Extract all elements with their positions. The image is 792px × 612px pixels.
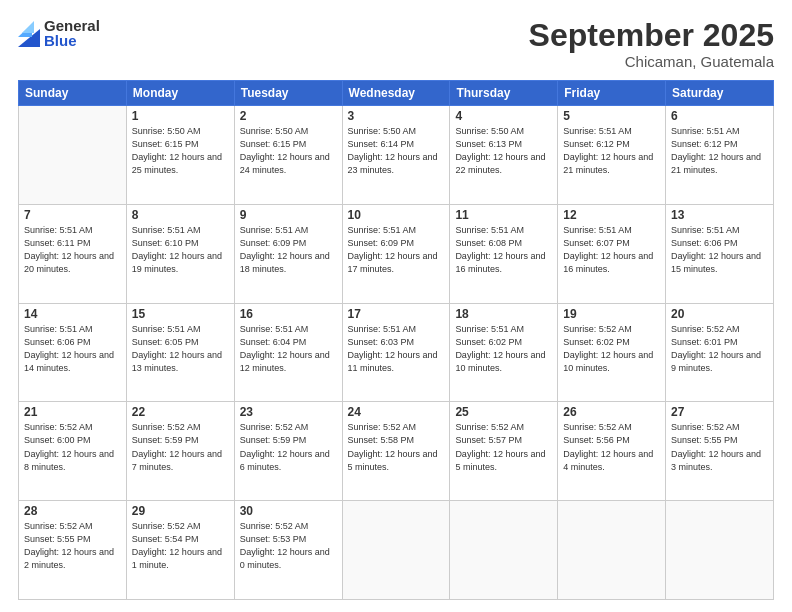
day-info: Sunrise: 5:52 AMSunset: 6:02 PMDaylight:…	[563, 323, 660, 375]
header-sunday: Sunday	[19, 81, 127, 106]
week-row-2: 7Sunrise: 5:51 AMSunset: 6:11 PMDaylight…	[19, 204, 774, 303]
day-cell: 27Sunrise: 5:52 AMSunset: 5:55 PMDayligh…	[666, 402, 774, 501]
header-thursday: Thursday	[450, 81, 558, 106]
day-cell: 28Sunrise: 5:52 AMSunset: 5:55 PMDayligh…	[19, 501, 127, 600]
day-number: 26	[563, 405, 660, 419]
day-info: Sunrise: 5:52 AMSunset: 5:55 PMDaylight:…	[24, 520, 121, 572]
day-info: Sunrise: 5:50 AMSunset: 6:15 PMDaylight:…	[132, 125, 229, 177]
day-cell: 10Sunrise: 5:51 AMSunset: 6:09 PMDayligh…	[342, 204, 450, 303]
day-info: Sunrise: 5:51 AMSunset: 6:03 PMDaylight:…	[348, 323, 445, 375]
day-info: Sunrise: 5:52 AMSunset: 5:55 PMDaylight:…	[671, 421, 768, 473]
day-cell: 23Sunrise: 5:52 AMSunset: 5:59 PMDayligh…	[234, 402, 342, 501]
weekday-header-row: Sunday Monday Tuesday Wednesday Thursday…	[19, 81, 774, 106]
header: General Blue September 2025 Chicaman, Gu…	[18, 18, 774, 70]
day-info: Sunrise: 5:52 AMSunset: 5:53 PMDaylight:…	[240, 520, 337, 572]
day-info: Sunrise: 5:52 AMSunset: 5:59 PMDaylight:…	[240, 421, 337, 473]
day-info: Sunrise: 5:51 AMSunset: 6:08 PMDaylight:…	[455, 224, 552, 276]
day-cell: 15Sunrise: 5:51 AMSunset: 6:05 PMDayligh…	[126, 303, 234, 402]
day-info: Sunrise: 5:50 AMSunset: 6:13 PMDaylight:…	[455, 125, 552, 177]
day-cell: 6Sunrise: 5:51 AMSunset: 6:12 PMDaylight…	[666, 106, 774, 205]
day-cell: 14Sunrise: 5:51 AMSunset: 6:06 PMDayligh…	[19, 303, 127, 402]
logo-blue-text: Blue	[44, 33, 100, 48]
day-number: 1	[132, 109, 229, 123]
day-cell: 2Sunrise: 5:50 AMSunset: 6:15 PMDaylight…	[234, 106, 342, 205]
week-row-3: 14Sunrise: 5:51 AMSunset: 6:06 PMDayligh…	[19, 303, 774, 402]
day-info: Sunrise: 5:51 AMSunset: 6:06 PMDaylight:…	[671, 224, 768, 276]
day-info: Sunrise: 5:52 AMSunset: 5:58 PMDaylight:…	[348, 421, 445, 473]
day-cell: 30Sunrise: 5:52 AMSunset: 5:53 PMDayligh…	[234, 501, 342, 600]
day-cell: 16Sunrise: 5:51 AMSunset: 6:04 PMDayligh…	[234, 303, 342, 402]
day-cell: 22Sunrise: 5:52 AMSunset: 5:59 PMDayligh…	[126, 402, 234, 501]
day-number: 25	[455, 405, 552, 419]
day-cell	[19, 106, 127, 205]
day-number: 15	[132, 307, 229, 321]
day-info: Sunrise: 5:51 AMSunset: 6:10 PMDaylight:…	[132, 224, 229, 276]
day-info: Sunrise: 5:52 AMSunset: 5:54 PMDaylight:…	[132, 520, 229, 572]
day-info: Sunrise: 5:50 AMSunset: 6:15 PMDaylight:…	[240, 125, 337, 177]
day-number: 11	[455, 208, 552, 222]
day-cell: 18Sunrise: 5:51 AMSunset: 6:02 PMDayligh…	[450, 303, 558, 402]
day-cell: 5Sunrise: 5:51 AMSunset: 6:12 PMDaylight…	[558, 106, 666, 205]
day-info: Sunrise: 5:52 AMSunset: 5:59 PMDaylight:…	[132, 421, 229, 473]
day-cell	[666, 501, 774, 600]
day-cell: 8Sunrise: 5:51 AMSunset: 6:10 PMDaylight…	[126, 204, 234, 303]
day-number: 3	[348, 109, 445, 123]
day-info: Sunrise: 5:51 AMSunset: 6:05 PMDaylight:…	[132, 323, 229, 375]
week-row-5: 28Sunrise: 5:52 AMSunset: 5:55 PMDayligh…	[19, 501, 774, 600]
day-number: 28	[24, 504, 121, 518]
day-number: 23	[240, 405, 337, 419]
header-wednesday: Wednesday	[342, 81, 450, 106]
day-number: 16	[240, 307, 337, 321]
day-cell: 12Sunrise: 5:51 AMSunset: 6:07 PMDayligh…	[558, 204, 666, 303]
day-cell: 4Sunrise: 5:50 AMSunset: 6:13 PMDaylight…	[450, 106, 558, 205]
day-cell: 13Sunrise: 5:51 AMSunset: 6:06 PMDayligh…	[666, 204, 774, 303]
day-info: Sunrise: 5:51 AMSunset: 6:09 PMDaylight:…	[348, 224, 445, 276]
day-info: Sunrise: 5:51 AMSunset: 6:12 PMDaylight:…	[563, 125, 660, 177]
day-number: 24	[348, 405, 445, 419]
day-info: Sunrise: 5:51 AMSunset: 6:11 PMDaylight:…	[24, 224, 121, 276]
day-info: Sunrise: 5:51 AMSunset: 6:02 PMDaylight:…	[455, 323, 552, 375]
day-cell: 9Sunrise: 5:51 AMSunset: 6:09 PMDaylight…	[234, 204, 342, 303]
day-cell: 11Sunrise: 5:51 AMSunset: 6:08 PMDayligh…	[450, 204, 558, 303]
day-cell: 1Sunrise: 5:50 AMSunset: 6:15 PMDaylight…	[126, 106, 234, 205]
day-number: 2	[240, 109, 337, 123]
day-number: 14	[24, 307, 121, 321]
day-info: Sunrise: 5:51 AMSunset: 6:07 PMDaylight:…	[563, 224, 660, 276]
day-cell: 20Sunrise: 5:52 AMSunset: 6:01 PMDayligh…	[666, 303, 774, 402]
day-cell: 7Sunrise: 5:51 AMSunset: 6:11 PMDaylight…	[19, 204, 127, 303]
day-number: 7	[24, 208, 121, 222]
day-cell	[558, 501, 666, 600]
day-cell: 3Sunrise: 5:50 AMSunset: 6:14 PMDaylight…	[342, 106, 450, 205]
day-cell: 19Sunrise: 5:52 AMSunset: 6:02 PMDayligh…	[558, 303, 666, 402]
day-info: Sunrise: 5:52 AMSunset: 6:01 PMDaylight:…	[671, 323, 768, 375]
day-number: 30	[240, 504, 337, 518]
title-block: September 2025 Chicaman, Guatemala	[529, 18, 774, 70]
logo-text: General Blue	[44, 18, 100, 48]
day-info: Sunrise: 5:52 AMSunset: 5:57 PMDaylight:…	[455, 421, 552, 473]
day-number: 19	[563, 307, 660, 321]
day-number: 6	[671, 109, 768, 123]
day-number: 10	[348, 208, 445, 222]
day-cell: 17Sunrise: 5:51 AMSunset: 6:03 PMDayligh…	[342, 303, 450, 402]
logo-icon	[18, 19, 40, 47]
day-cell: 26Sunrise: 5:52 AMSunset: 5:56 PMDayligh…	[558, 402, 666, 501]
week-row-1: 1Sunrise: 5:50 AMSunset: 6:15 PMDaylight…	[19, 106, 774, 205]
day-info: Sunrise: 5:51 AMSunset: 6:04 PMDaylight:…	[240, 323, 337, 375]
logo: General Blue	[18, 18, 100, 48]
calendar-table: Sunday Monday Tuesday Wednesday Thursday…	[18, 80, 774, 600]
day-cell: 24Sunrise: 5:52 AMSunset: 5:58 PMDayligh…	[342, 402, 450, 501]
header-tuesday: Tuesday	[234, 81, 342, 106]
day-number: 21	[24, 405, 121, 419]
day-cell: 21Sunrise: 5:52 AMSunset: 6:00 PMDayligh…	[19, 402, 127, 501]
day-number: 13	[671, 208, 768, 222]
svg-marker-2	[22, 21, 34, 33]
day-info: Sunrise: 5:51 AMSunset: 6:09 PMDaylight:…	[240, 224, 337, 276]
day-info: Sunrise: 5:52 AMSunset: 5:56 PMDaylight:…	[563, 421, 660, 473]
day-number: 5	[563, 109, 660, 123]
day-number: 22	[132, 405, 229, 419]
header-monday: Monday	[126, 81, 234, 106]
day-number: 9	[240, 208, 337, 222]
day-number: 17	[348, 307, 445, 321]
day-cell: 25Sunrise: 5:52 AMSunset: 5:57 PMDayligh…	[450, 402, 558, 501]
day-cell	[342, 501, 450, 600]
